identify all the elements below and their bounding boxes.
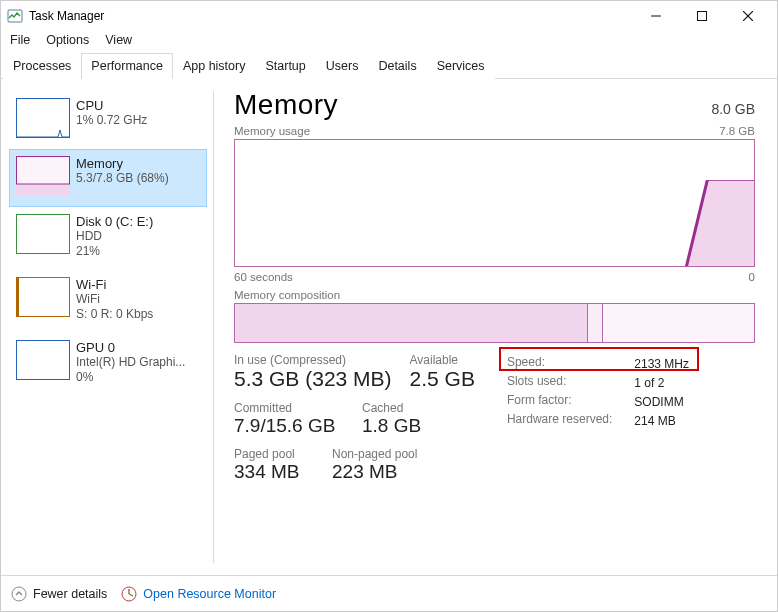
window-controls (633, 1, 771, 31)
fewer-details-button[interactable]: Fewer details (11, 586, 107, 602)
menu-options[interactable]: Options (46, 33, 89, 47)
tab-bar: Processes Performance App history Startu… (1, 52, 777, 79)
disk-thumb (16, 214, 70, 254)
sidebar-label: Disk 0 (C: E:) (76, 214, 153, 229)
svg-line-17 (129, 594, 133, 596)
resource-monitor-icon (121, 586, 137, 602)
inuse-value: 5.3 GB (323 MB) (234, 367, 392, 391)
tab-app-history[interactable]: App history (173, 53, 256, 79)
reserved-value: 214 MB (634, 412, 689, 429)
page-title: Memory (234, 89, 338, 121)
tab-startup[interactable]: Startup (255, 53, 315, 79)
menu-view[interactable]: View (105, 33, 132, 47)
paged-label: Paged pool (234, 447, 314, 461)
sidebar: CPU1% 0.72 GHz Memory5.3/7.8 GB (68%) Di… (1, 79, 211, 575)
sidebar-sub2: 21% (76, 244, 153, 259)
fewer-details-label: Fewer details (33, 587, 107, 601)
inuse-label: In use (Compressed) (234, 353, 392, 367)
usage-max: 7.8 GB (719, 125, 755, 137)
tab-details[interactable]: Details (368, 53, 426, 79)
nonpaged-label: Non-paged pool (332, 447, 417, 461)
sidebar-sub: 5.3/7.8 GB (68%) (76, 171, 169, 186)
sidebar-sub: HDD (76, 229, 153, 244)
open-resource-monitor-link[interactable]: Open Resource Monitor (121, 586, 276, 602)
tab-processes[interactable]: Processes (3, 53, 81, 79)
sidebar-label: Wi-Fi (76, 277, 153, 292)
svg-rect-5 (17, 99, 70, 138)
sidebar-label: GPU 0 (76, 340, 185, 355)
form-value: SODIMM (634, 393, 689, 410)
committed-label: Committed (234, 401, 344, 415)
sidebar-item-memory[interactable]: Memory5.3/7.8 GB (68%) (9, 149, 207, 207)
memory-capacity: 8.0 GB (711, 101, 755, 117)
gpu-thumb (16, 340, 70, 380)
maximize-button[interactable] (679, 1, 725, 31)
svg-rect-10 (17, 278, 70, 317)
app-icon (7, 8, 23, 24)
vertical-divider (213, 91, 214, 563)
wifi-thumb (16, 277, 70, 317)
comp-modified (588, 304, 604, 342)
open-resource-monitor-label: Open Resource Monitor (143, 587, 276, 601)
svg-rect-9 (17, 215, 70, 254)
avail-value: 2.5 GB (410, 367, 475, 391)
sidebar-sub2: 0% (76, 370, 185, 385)
svg-point-14 (12, 587, 26, 601)
comp-inuse (235, 304, 588, 342)
sidebar-item-gpu[interactable]: GPU 0Intel(R) HD Graphi...0% (9, 333, 207, 396)
usage-label: Memory usage (234, 125, 310, 137)
slots-value: 1 of 2 (634, 374, 689, 391)
memory-usage-chart (234, 139, 755, 267)
sidebar-item-disk[interactable]: Disk 0 (C: E:)HDD21% (9, 207, 207, 270)
minimize-button[interactable] (633, 1, 679, 31)
tab-performance[interactable]: Performance (81, 53, 173, 79)
svg-rect-7 (16, 184, 70, 196)
memory-thumb (16, 156, 70, 196)
window-title: Task Manager (29, 9, 104, 23)
sidebar-item-cpu[interactable]: CPU1% 0.72 GHz (9, 91, 207, 149)
sidebar-sub: 1% 0.72 GHz (76, 113, 147, 128)
main-panel: Memory 8.0 GB Memory usage 7.8 GB 60 sec… (216, 79, 777, 575)
menu-file[interactable]: File (10, 33, 30, 47)
committed-value: 7.9/15.6 GB (234, 415, 344, 437)
composition-label: Memory composition (234, 289, 755, 301)
comp-standby (603, 304, 754, 342)
window-titlebar: Task Manager (1, 1, 777, 31)
sidebar-item-wifi[interactable]: Wi-FiWiFiS: 0 R: 0 Kbps (9, 270, 207, 333)
paged-value: 334 MB (234, 461, 314, 483)
tab-users[interactable]: Users (316, 53, 369, 79)
sidebar-label: CPU (76, 98, 147, 113)
slots-label: Slots used: (507, 374, 632, 391)
chevron-up-circle-icon (11, 586, 27, 602)
sidebar-label: Memory (76, 156, 169, 171)
axis-left: 60 seconds (234, 271, 293, 283)
sidebar-sub2: S: 0 R: 0 Kbps (76, 307, 153, 322)
cpu-thumb (16, 98, 70, 138)
tab-services[interactable]: Services (427, 53, 495, 79)
memory-composition-chart (234, 303, 755, 343)
reserved-label: Hardware reserved: (507, 412, 632, 429)
axis-right: 0 (749, 271, 755, 283)
sidebar-sub: WiFi (76, 292, 153, 307)
highlight-box (499, 347, 699, 371)
sidebar-sub: Intel(R) HD Graphi... (76, 355, 185, 370)
nonpaged-value: 223 MB (332, 461, 417, 483)
form-label: Form factor: (507, 393, 632, 410)
close-button[interactable] (725, 1, 771, 31)
svg-rect-2 (698, 12, 707, 21)
cached-label: Cached (362, 401, 421, 415)
cached-value: 1.8 GB (362, 415, 421, 437)
svg-rect-12 (17, 341, 70, 380)
menu-bar: File Options View (1, 31, 777, 52)
avail-label: Available (410, 353, 475, 367)
